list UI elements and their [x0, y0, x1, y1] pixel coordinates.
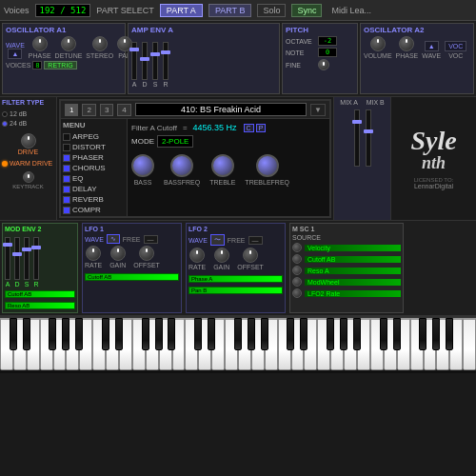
delay-chk[interactable] — [63, 186, 70, 193]
black-key-18[interactable] — [234, 318, 242, 350]
black-key-2[interactable] — [23, 318, 30, 350]
cutoff-c-btn[interactable]: C — [244, 124, 254, 132]
cutoff-p-btn[interactable]: P — [256, 124, 267, 132]
black-key-16[interactable] — [208, 318, 215, 350]
osc2-wave-btn[interactable]: ▲ — [425, 41, 439, 51]
fx-compr[interactable]: COMPR — [63, 205, 125, 215]
black-key-29[interactable] — [380, 318, 387, 350]
tab-4-btn[interactable]: 4 — [117, 104, 130, 116]
black-key-27[interactable] — [353, 318, 361, 350]
fx-arpeg[interactable]: ARPEG — [63, 131, 125, 142]
db12-option[interactable]: 12 dB — [2, 110, 54, 117]
drive-knob[interactable] — [21, 133, 36, 149]
sync-button[interactable]: Sync — [291, 4, 322, 17]
osc1-retrig-btn[interactable]: RETRIG — [44, 61, 76, 69]
bassfreq-knob[interactable] — [170, 154, 193, 177]
tab-1-btn[interactable]: 1 — [65, 104, 78, 116]
black-key-13[interactable] — [168, 318, 175, 350]
mix-a-fader[interactable] — [352, 120, 362, 124]
mod-r-fader[interactable] — [31, 246, 41, 249]
cutoffab-knob[interactable] — [292, 254, 302, 264]
osc2-volume-knob[interactable] — [370, 36, 386, 51]
fine-knob[interactable] — [318, 59, 329, 70]
keytrack-knob[interactable] — [23, 171, 34, 183]
arpeg-chk[interactable] — [63, 133, 70, 141]
tab-2-btn[interactable]: 2 — [82, 104, 95, 116]
solo-button[interactable]: Solo — [257, 4, 286, 17]
osc1-phase-knob[interactable] — [32, 36, 48, 51]
lfo2-free-btn[interactable]: — — [248, 236, 263, 245]
amp-a-fader[interactable] — [129, 48, 139, 51]
lfo2-offset-knob[interactable] — [243, 248, 258, 263]
phaser-chk[interactable] — [63, 154, 70, 162]
treble-knob[interactable] — [211, 154, 234, 177]
black-key-22[interactable] — [287, 318, 294, 350]
tab-3-btn[interactable]: 3 — [100, 104, 113, 116]
reverb-chk[interactable] — [63, 196, 70, 204]
mod-s-fader[interactable] — [22, 248, 31, 251]
amp-d-fader[interactable] — [140, 57, 149, 61]
fx-phaser[interactable]: PHASER — [63, 152, 125, 163]
modwheel-knob[interactable] — [292, 277, 302, 287]
black-key-15[interactable] — [194, 318, 202, 350]
fx-distort[interactable]: DISTORT — [63, 142, 125, 152]
fx-delay[interactable]: DELAY — [63, 184, 125, 194]
black-key-12[interactable] — [155, 318, 163, 350]
lfo2-wave-shape-btn[interactable]: 〜 — [210, 234, 225, 246]
lfo1-offset-knob[interactable] — [139, 246, 154, 261]
lfo2-free-label: FREE — [228, 237, 246, 244]
black-key-30[interactable] — [393, 318, 401, 350]
amp-s-fader[interactable] — [150, 52, 160, 56]
lfo2-rate-knob[interactable] — [189, 248, 205, 263]
black-key-34[interactable] — [446, 318, 453, 350]
db24-option[interactable]: 24 dB — [2, 120, 54, 127]
lfo2rate-knob[interactable] — [292, 288, 302, 298]
osc1-wave-btn[interactable]: ▲ — [8, 49, 22, 59]
lfo1-rate-knob[interactable] — [86, 246, 101, 261]
mod-d-fader[interactable] — [12, 252, 22, 256]
black-key-1[interactable] — [10, 318, 17, 350]
black-key-5[interactable] — [62, 318, 69, 350]
osc1-stereo-knob[interactable] — [92, 36, 108, 51]
black-key-33[interactable] — [432, 318, 440, 350]
db24-radio[interactable] — [2, 121, 8, 127]
black-key-26[interactable] — [340, 318, 347, 350]
white-key-35[interactable] — [463, 318, 476, 370]
db12-radio[interactable] — [2, 111, 8, 117]
osc1-detune-knob[interactable] — [61, 36, 76, 51]
mod-a-fader[interactable] — [3, 243, 12, 247]
black-key-9[interactable] — [115, 318, 123, 350]
black-key-11[interactable] — [142, 318, 149, 350]
black-key-19[interactable] — [248, 318, 255, 350]
lfo1-gain-knob[interactable] — [110, 246, 126, 261]
osc2-phase-knob[interactable] — [399, 36, 414, 51]
black-key-8[interactable] — [102, 318, 109, 350]
black-key-4[interactable] — [49, 318, 56, 350]
dropdown-btn[interactable]: ▼ — [310, 104, 326, 116]
lfo2-gain-knob[interactable] — [214, 248, 229, 263]
bass-knob[interactable] — [131, 154, 154, 177]
distort-chk[interactable] — [63, 144, 70, 151]
treblefreq-knob[interactable] — [256, 154, 279, 177]
eq-chk[interactable] — [63, 175, 70, 183]
black-key-23[interactable] — [300, 318, 307, 350]
black-key-32[interactable] — [419, 318, 426, 350]
part-a-button[interactable]: PART A — [160, 4, 203, 17]
fx-eq[interactable]: EQ — [63, 173, 125, 184]
part-b-button[interactable]: PART B — [208, 4, 252, 17]
compr-chk[interactable] — [63, 207, 70, 214]
chorus-chk[interactable] — [63, 165, 70, 172]
black-key-6[interactable] — [75, 318, 83, 350]
lfo1-wave-shape-btn[interactable]: ∿ — [107, 234, 120, 244]
black-key-25[interactable] — [327, 318, 334, 350]
osc2-voc-btn[interactable]: VOC — [445, 41, 466, 51]
fx-chorus[interactable]: CHORUS — [63, 163, 125, 173]
amp-r-fader[interactable] — [161, 50, 170, 54]
mix-b-fader[interactable] — [364, 129, 373, 133]
black-key-20[interactable] — [261, 318, 268, 350]
lfo1-free-btn[interactable]: — — [144, 235, 158, 244]
fx-reverb[interactable]: REVERB — [63, 194, 125, 205]
resoa-knob[interactable] — [292, 266, 302, 275]
velocity-knob[interactable] — [292, 243, 302, 252]
filter-display-top: 1 2 3 4 410: BS Freakin Acid ▼ — [61, 101, 329, 119]
